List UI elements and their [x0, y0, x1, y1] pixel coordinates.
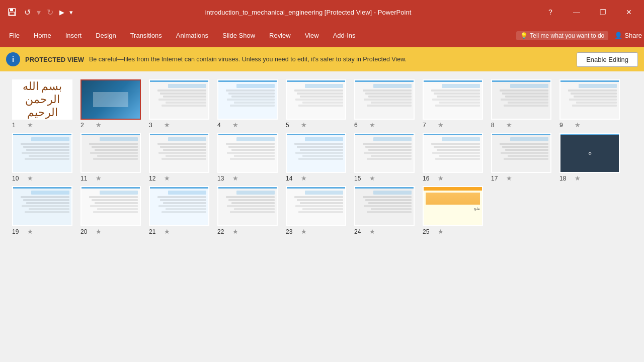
slide-star-21[interactable]: ★	[164, 228, 170, 235]
tab-insert[interactable]: Insert	[58, 24, 89, 47]
slide-star-17[interactable]: ★	[506, 174, 512, 182]
slide-star-1[interactable]: ★	[27, 121, 33, 129]
slide-item-3[interactable]: 3★	[149, 79, 209, 129]
help-button[interactable]: ?	[539, 5, 561, 20]
minimize-button[interactable]: —	[566, 5, 588, 20]
tab-animations[interactable]: Animations	[169, 24, 215, 47]
tab-design[interactable]: Design	[89, 24, 123, 47]
slide-item-14[interactable]: 14★	[286, 133, 346, 182]
tab-addins[interactable]: Add-Ins	[326, 24, 363, 47]
slide-item-9[interactable]: 9★	[559, 79, 620, 129]
tab-home[interactable]: Home	[27, 24, 58, 47]
slide-grid: بسم اللهالرحمن الرحيم1★2★ 3★ 4★ 5★	[12, 79, 632, 235]
tab-slideshow[interactable]: Slide Show	[215, 24, 262, 47]
slide-item-10[interactable]: 10★	[12, 133, 72, 182]
slide-star-24[interactable]: ★	[369, 228, 375, 235]
svg-rect-1	[10, 9, 13, 11]
slide-star-2[interactable]: ★	[96, 121, 102, 129]
tab-file[interactable]: File	[2, 24, 27, 47]
slide-footer-15: 15★	[354, 174, 415, 182]
save-button[interactable]	[4, 4, 20, 20]
tab-view[interactable]: View	[298, 24, 326, 47]
slide-item-25[interactable]: نتایج25★	[423, 186, 483, 235]
slide-thumb-23	[286, 186, 346, 226]
slide-footer-5: 5★	[286, 121, 346, 129]
enable-editing-button[interactable]: Enable Editing	[577, 52, 638, 67]
slide-star-11[interactable]: ★	[96, 174, 102, 182]
slide-footer-12: 12★	[149, 174, 209, 182]
close-button[interactable]: ✕	[618, 5, 640, 20]
slide-star-4[interactable]: ★	[232, 121, 238, 129]
undo-button[interactable]: ↺	[22, 7, 33, 18]
slide-star-14[interactable]: ★	[301, 174, 307, 182]
slide-footer-7: 7★	[423, 121, 483, 129]
slide-footer-8: 8★	[491, 121, 551, 129]
slide-item-11[interactable]: 11★	[80, 133, 141, 182]
slide-item-15[interactable]: 15★	[354, 133, 415, 182]
slide-item-12[interactable]: 12★	[149, 133, 209, 182]
share-label: Share	[624, 32, 642, 39]
slide-star-22[interactable]: ★	[232, 228, 238, 235]
slide-item-23[interactable]: 23★	[286, 186, 346, 235]
present-button[interactable]: ▶	[57, 8, 66, 17]
slide-thumb-5	[286, 79, 346, 120]
slide-number-21: 21	[149, 228, 161, 235]
slide-star-15[interactable]: ★	[369, 174, 375, 182]
slide-thumb-1: بسم اللهالرحمن الرحيم	[12, 79, 72, 120]
slide-star-13[interactable]: ★	[232, 174, 238, 182]
maximize-button[interactable]: ❐	[592, 5, 614, 20]
slide-footer-6: 6★	[354, 121, 415, 129]
slide-star-19[interactable]: ★	[27, 228, 33, 235]
slide-item-7[interactable]: 7★	[423, 79, 483, 129]
slide-item-1[interactable]: بسم اللهالرحمن الرحيم1★	[12, 79, 72, 129]
slide-star-25[interactable]: ★	[438, 228, 444, 235]
slide-star-5[interactable]: ★	[301, 121, 307, 129]
slide-star-12[interactable]: ★	[164, 174, 170, 182]
slide-item-13[interactable]: 13★	[217, 133, 278, 182]
tab-transitions[interactable]: Transitions	[123, 24, 169, 47]
slide-star-16[interactable]: ★	[438, 174, 444, 182]
slide-footer-21: 21★	[149, 228, 209, 235]
slide-item-22[interactable]: 22★	[217, 186, 278, 235]
slide-number-19: 19	[12, 228, 24, 235]
customize-button[interactable]: ▾	[67, 8, 75, 17]
slide-thumb-4	[217, 79, 278, 120]
slide-item-4[interactable]: 4★	[217, 79, 278, 129]
slide-thumb-16	[423, 133, 483, 173]
slide-item-6[interactable]: 6★	[354, 79, 415, 129]
slide-star-6[interactable]: ★	[369, 121, 375, 129]
slide-number-18: 18	[559, 175, 572, 182]
window-title: introduction_to_mechanical_engineering […	[77, 9, 539, 16]
slide-number-15: 15	[354, 175, 366, 182]
tab-review[interactable]: Review	[262, 24, 298, 47]
slide-item-8[interactable]: 8★	[491, 79, 551, 129]
svg-rect-2	[10, 12, 15, 15]
protected-view-message: Be careful—files from the Internet can c…	[89, 56, 572, 63]
slide-item-18[interactable]: ⚙18★	[559, 133, 620, 182]
slide-item-17[interactable]: 17★	[491, 133, 551, 182]
slide-item-20[interactable]: 20★	[80, 186, 141, 235]
undo-dropdown[interactable]: ▾	[35, 7, 43, 18]
slide-star-18[interactable]: ★	[575, 174, 581, 182]
slide-item-21[interactable]: 21★	[149, 186, 209, 235]
slide-item-19[interactable]: 19★	[12, 186, 72, 235]
slide-item-16[interactable]: 16★	[423, 133, 483, 182]
slide-footer-20: 20★	[80, 228, 141, 235]
redo-button[interactable]: ↻	[45, 7, 55, 18]
slide-item-24[interactable]: 24★	[354, 186, 415, 235]
slide-item-5[interactable]: 5★	[286, 79, 346, 129]
slide-item-2[interactable]: 2★	[80, 79, 141, 129]
slide-footer-2: 2★	[80, 121, 141, 129]
ribbon-search[interactable]: 💡 Tell me what you want to do	[516, 31, 608, 40]
slide-star-3[interactable]: ★	[164, 121, 170, 129]
slide-star-23[interactable]: ★	[301, 228, 307, 235]
slide-footer-11: 11★	[80, 174, 141, 182]
slide-star-10[interactable]: ★	[27, 174, 33, 182]
slide-star-7[interactable]: ★	[438, 121, 444, 129]
slide-star-8[interactable]: ★	[506, 121, 512, 129]
slide-star-20[interactable]: ★	[96, 228, 102, 235]
slide-footer-10: 10★	[12, 174, 72, 182]
share-button[interactable]: 👤 Share	[614, 32, 642, 39]
slide-thumb-25: نتایج	[423, 186, 483, 226]
slide-star-9[interactable]: ★	[575, 121, 581, 129]
